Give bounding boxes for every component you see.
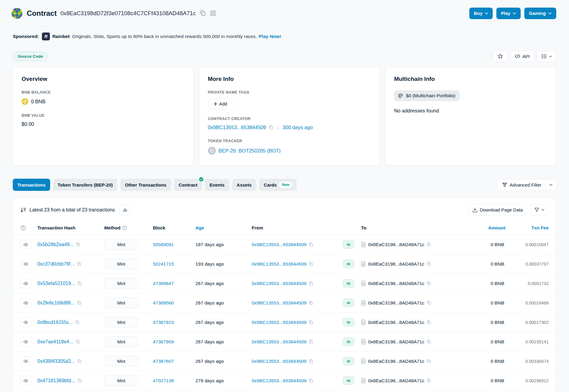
copy-to-button[interactable] [427,340,431,344]
help-icon[interactable] [20,225,37,231]
copy-address-button[interactable] [200,10,206,16]
col-age[interactable]: Age [195,225,252,230]
method-badge[interactable]: Mint [104,317,138,328]
copy-to-button[interactable] [427,262,431,266]
copy-to-button[interactable] [427,379,431,383]
transaction-hash-link[interactable]: 0x47181369bfd... [37,378,75,383]
from-address-link[interactable]: 0x9BC13553...653844509 [252,242,306,247]
rainbet-logo-icon: R [42,33,50,40]
preview-transaction-button[interactable] [20,356,31,366]
block-link[interactable]: 47389560 [153,300,174,305]
private-name-tags-label: PRIVATE NAME TAGS [208,90,371,95]
from-address-link[interactable]: 0x9BC13553...653844509 [252,300,306,306]
block-link[interactable]: 50589091 [153,242,174,247]
method-badge[interactable]: Mint [104,375,138,386]
checklist-menu-button[interactable] [537,51,556,62]
copy-to-button[interactable] [427,359,431,363]
preview-transaction-button[interactable] [20,318,31,327]
block-link[interactable]: 47389647 [153,281,174,286]
qr-code-button[interactable] [210,10,216,16]
tab-other-transactions[interactable]: Other Transactions [120,179,171,191]
block-link[interactable]: 47387909 [153,339,174,344]
transaction-hash-link[interactable]: 0xe7ae4118e4... [37,339,73,345]
copy-hash-button[interactable] [78,359,82,363]
from-address-link[interactable]: 0x9BC13553...653844509 [252,261,306,267]
add-name-tag-button[interactable]: Add [208,98,233,109]
multichain-portfolio-button[interactable]: $0 (Multichain Portfolio) [394,90,460,101]
copy-from-button[interactable] [309,379,313,383]
copy-hash-button[interactable] [78,281,82,286]
copy-to-button[interactable] [427,281,431,286]
copy-from-button[interactable] [309,281,313,286]
col-amount[interactable]: Amount [463,225,505,230]
transaction-hash-link[interactable]: 0x4394f3305d2... [37,359,75,364]
transaction-hash-link[interactable]: 0x53efa521019... [37,281,75,286]
advanced-filter-caret[interactable] [546,179,556,190]
from-address-link[interactable]: 0x9BC13553...653844509 [252,320,306,325]
creator-age-link[interactable]: 300 days ago [283,125,313,130]
method-badge[interactable]: Mint [104,239,138,250]
chart-view-button[interactable] [119,205,131,215]
tab-cards[interactable]: Cards New [259,179,297,191]
buy-button[interactable]: Buy [469,8,493,19]
method-badge[interactable]: Mint [104,259,138,269]
method-badge[interactable]: Mint [104,356,138,366]
copy-hash-button[interactable] [78,379,82,383]
preview-transaction-button[interactable] [20,376,31,385]
transaction-hash-link[interactable]: 0x5b28b2aa49... [37,242,74,247]
tab-events[interactable]: Events [205,179,229,191]
gaming-button[interactable]: Gaming [524,8,556,19]
block-link[interactable]: 47387923 [153,320,174,325]
copy-from-button[interactable] [309,340,313,344]
tab-contract[interactable]: Contract [174,179,202,191]
new-badge: New [279,182,292,188]
preview-transaction-button[interactable] [20,337,31,346]
help-icon[interactable] [122,225,127,230]
token-tracker-link[interactable]: BEP-20: BOT250205 (BOT) [219,148,281,154]
api-button[interactable]: API [510,51,534,62]
creator-address-link[interactable]: 0x9BC13553...653844509 [208,125,266,130]
preview-transaction-button[interactable] [20,240,31,249]
play-now-link[interactable]: Play Now! [259,34,281,39]
copy-from-button[interactable] [309,320,313,325]
copy-from-button[interactable] [309,301,313,305]
col-txn-fee[interactable]: Txn Fee [505,225,549,230]
tab-assets[interactable]: Assets [232,179,256,191]
copy-from-button[interactable] [309,262,313,266]
from-address-link[interactable]: 0x9BC13553...653844509 [252,359,306,364]
block-link[interactable]: 47027138 [153,378,174,383]
copy-to-button[interactable] [427,301,431,305]
block-link[interactable]: 47387607 [153,359,174,364]
play-button[interactable]: Play [496,8,521,19]
advanced-filter-button[interactable]: Advanced Filter [498,179,546,190]
copy-creator-button[interactable] [269,125,273,130]
from-address-link[interactable]: 0x9BC13553...653844509 [252,281,306,286]
preview-transaction-button[interactable] [20,279,31,288]
method-badge[interactable]: Mint [104,278,138,289]
transaction-hash-link[interactable]: 0x8bcd16155c... [37,320,73,325]
copy-hash-button[interactable] [77,301,81,305]
block-link[interactable]: 50241715 [153,261,174,266]
favorite-button[interactable] [493,51,507,62]
from-address-link[interactable]: 0x9BC13553...653844509 [252,378,306,383]
transaction-hash-link[interactable]: 0x2fe6c1b9d88... [37,300,75,306]
copy-hash-button[interactable] [75,320,80,325]
copy-to-button[interactable] [427,242,431,247]
download-page-data-button[interactable]: Download Page Data [468,204,527,215]
copy-hash-button[interactable] [76,242,80,247]
transaction-hash-link[interactable]: 0xc37d0cbb76f... [37,261,74,267]
copy-from-button[interactable] [309,242,313,247]
copy-hash-button[interactable] [77,262,81,266]
preview-transaction-button[interactable] [20,298,31,308]
copy-from-button[interactable] [309,359,313,363]
preview-transaction-button[interactable] [20,259,31,269]
copy-hash-button[interactable] [76,340,80,344]
from-address-link[interactable]: 0x9BC13553...653844509 [252,339,306,345]
source-code-badge[interactable]: Source Code [13,52,48,61]
table-filter-button[interactable] [530,204,549,215]
copy-to-button[interactable] [427,320,431,325]
tab-transactions[interactable]: Transactions [13,179,50,191]
method-badge[interactable]: Mint [104,336,138,347]
tab-token-transfers-bep-20[interactable]: Token Transfers (BEP-20) [53,179,117,191]
method-badge[interactable]: Mint [104,297,138,308]
